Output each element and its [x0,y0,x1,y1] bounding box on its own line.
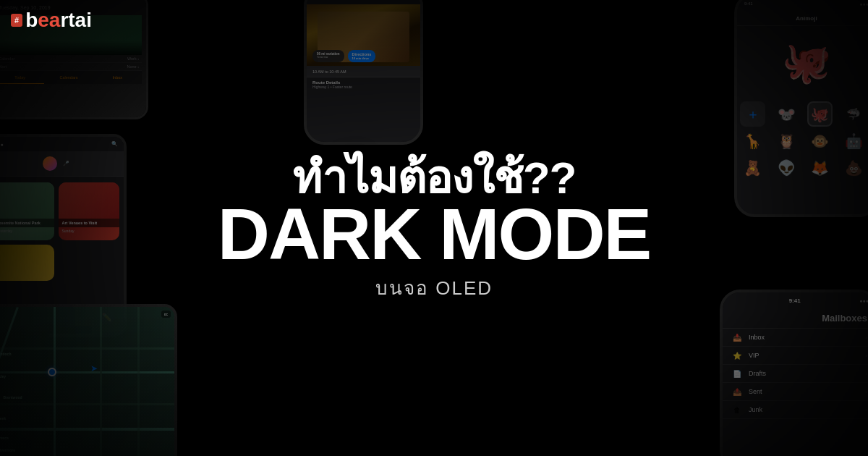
logo-hash-symbol: # [11,14,22,27]
logo-red-ea: ea [38,9,60,31]
logo-site-name: beartai [25,9,92,32]
logo-area: # beartai [11,9,92,32]
headline-subtitle: บนจอ OLED [375,273,493,303]
main-content-area: # beartai ทำไมต้องใช้?? DARK MODE บนจอ O… [0,0,868,456]
headline-dark-mode-text: DARK MODE [218,198,651,270]
headline-area: ทำไมต้องใช้?? DARK MODE บนจอ OLED [218,153,651,302]
